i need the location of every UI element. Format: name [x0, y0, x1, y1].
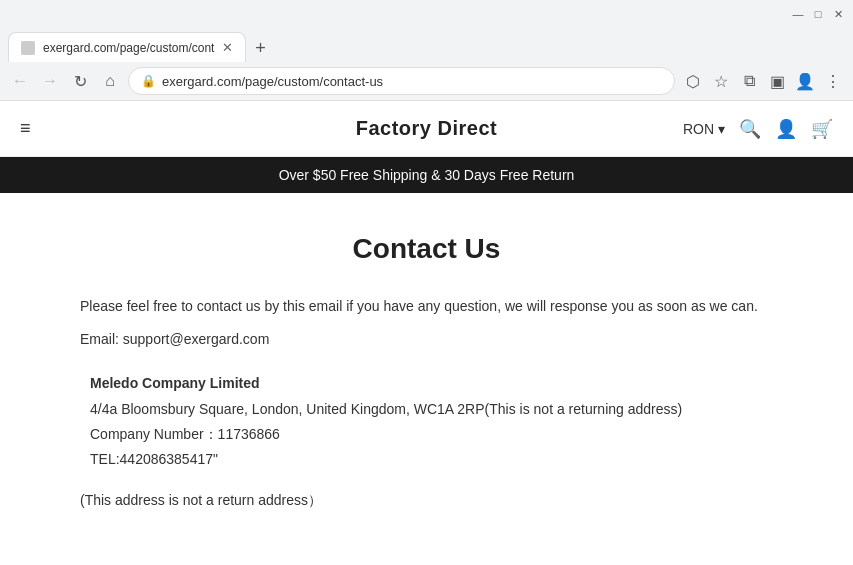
title-bar: — □ ✕: [0, 0, 853, 28]
tab-title: exergard.com/page/custom/cont: [43, 41, 214, 55]
contact-email: Email: support@exergard.com: [80, 331, 773, 347]
tab-close-button[interactable]: ✕: [222, 40, 233, 55]
tel-label: TEL:: [90, 451, 120, 467]
address-note: (This address is not a return address）: [80, 492, 773, 510]
extensions-icon[interactable]: ⧉: [737, 69, 761, 93]
cast-icon[interactable]: ⬡: [681, 69, 705, 93]
active-tab[interactable]: exergard.com/page/custom/cont ✕: [8, 32, 246, 62]
minimize-button[interactable]: —: [791, 7, 805, 21]
maximize-button[interactable]: □: [811, 7, 825, 21]
tab-bar: exergard.com/page/custom/cont ✕ +: [0, 28, 853, 62]
page-title: Contact Us: [80, 233, 773, 265]
site-content: ≡ Factory Direct RON ▾ 🔍 👤 🛒 Over $50 Fr…: [0, 101, 853, 550]
site-title: Factory Direct: [356, 117, 498, 139]
announcement-bar: Over $50 Free Shipping & 30 Days Free Re…: [0, 157, 853, 193]
bookmark-icon[interactable]: ☆: [709, 69, 733, 93]
tel-value: 442086385417": [120, 451, 218, 467]
browser-chrome: — □ ✕ exergard.com/page/custom/cont ✕ + …: [0, 0, 853, 101]
company-info: Meledo Company Limited 4/4a Bloomsbury S…: [90, 371, 773, 472]
header-right: RON ▾ 🔍 👤 🛒: [683, 118, 833, 140]
company-number: Company Number：11736866: [90, 422, 773, 447]
currency-chevron-icon: ▾: [718, 121, 725, 137]
close-button[interactable]: ✕: [831, 7, 845, 21]
profile-icon[interactable]: 👤: [793, 69, 817, 93]
refresh-button[interactable]: ↻: [68, 69, 92, 93]
search-icon[interactable]: 🔍: [739, 118, 761, 140]
hamburger-menu-icon[interactable]: ≡: [20, 118, 31, 139]
email-label: Email:: [80, 331, 119, 347]
user-account-icon[interactable]: 👤: [775, 118, 797, 140]
currency-selector[interactable]: RON ▾: [683, 121, 725, 137]
address-bar-row: ← → ↻ ⌂ 🔒 exergard.com/page/custom/conta…: [0, 62, 853, 100]
company-name: Meledo Company Limited: [90, 371, 773, 396]
tab-favicon: [21, 41, 35, 55]
company-address: 4/4a Bloomsbury Square, London, United K…: [90, 397, 773, 422]
currency-label: RON: [683, 121, 714, 137]
contact-intro: Please feel free to contact us by this e…: [80, 295, 773, 317]
split-view-icon[interactable]: ▣: [765, 69, 789, 93]
email-value: support@exergard.com: [123, 331, 270, 347]
url-text: exergard.com/page/custom/contact-us: [162, 74, 662, 89]
menu-icon[interactable]: ⋮: [821, 69, 845, 93]
header-center: Factory Direct: [356, 117, 498, 140]
company-number-label: Company Number：: [90, 426, 218, 442]
home-button[interactable]: ⌂: [98, 69, 122, 93]
address-bar[interactable]: 🔒 exergard.com/page/custom/contact-us: [128, 67, 675, 95]
lock-icon: 🔒: [141, 74, 156, 88]
toolbar-icons: ⬡ ☆ ⧉ ▣ 👤 ⋮: [681, 69, 845, 93]
new-tab-button[interactable]: +: [246, 34, 274, 62]
company-tel: TEL:442086385417": [90, 447, 773, 472]
main-content: Contact Us Please feel free to contact u…: [0, 193, 853, 550]
back-button[interactable]: ←: [8, 69, 32, 93]
company-number-value: 11736866: [218, 426, 280, 442]
forward-button[interactable]: →: [38, 69, 62, 93]
site-header: ≡ Factory Direct RON ▾ 🔍 👤 🛒: [0, 101, 853, 157]
cart-icon[interactable]: 🛒: [811, 118, 833, 140]
header-left: ≡: [20, 118, 31, 139]
announcement-text: Over $50 Free Shipping & 30 Days Free Re…: [279, 167, 575, 183]
